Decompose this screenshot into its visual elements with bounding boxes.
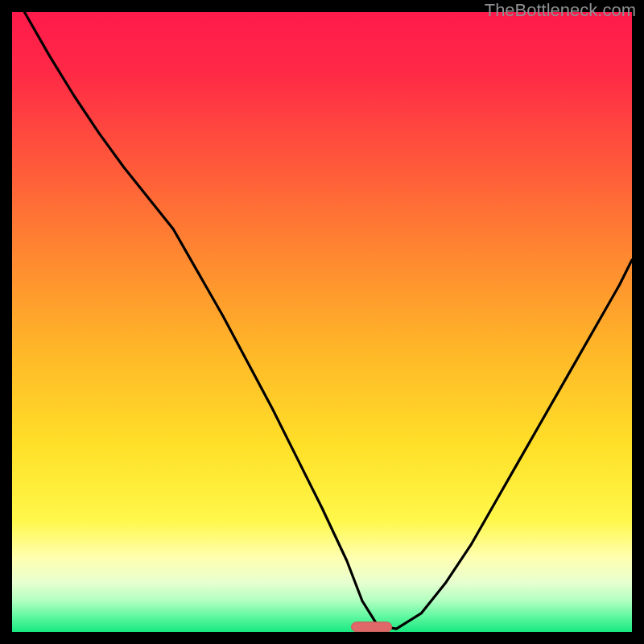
chart-stage: TheBottleneck.com (0, 0, 644, 644)
chart-svg (12, 12, 632, 632)
watermark-label: TheBottleneck.com (485, 0, 636, 21)
plot-area (12, 12, 632, 632)
gradient-background (12, 12, 632, 632)
optimal-marker (352, 622, 392, 632)
